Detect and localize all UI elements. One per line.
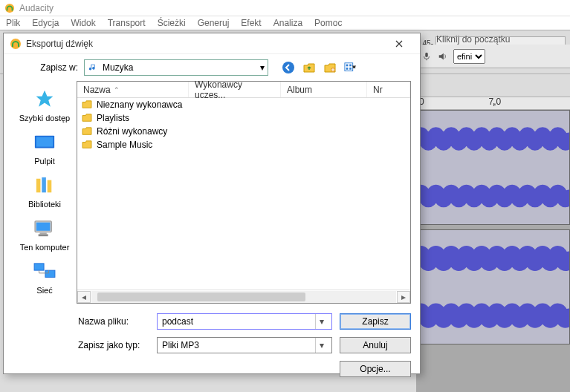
svg-rect-19 [34,264,44,270]
microphone-icon [421,51,433,62]
audio-track-1[interactable] [416,110,570,225]
waveform [417,111,569,224]
view-menu-icon [344,62,357,74]
folder-name: Nieznany wykonawca [97,99,182,110]
place-network[interactable]: Sieć [31,261,58,295]
output-device-select[interactable]: efini [453,49,485,64]
location-text: Muzyka [103,62,133,73]
network-icon [33,262,56,281]
cancel-button[interactable]: Anuluj [340,337,411,353]
place-desktop[interactable]: Pulpit [31,131,58,166]
timeline-tick: 7,0 [489,97,502,107]
column-header-album[interactable]: Album [281,82,367,97]
nav-back-button[interactable] [282,61,295,74]
filetype-select[interactable]: Pliki MP3 ▾ [157,337,332,353]
menu-widok[interactable]: Widok [71,18,95,28]
close-icon [395,40,403,48]
svg-rect-14 [48,180,52,193]
app-title: Audacity [19,3,54,13]
timeline-ruler[interactable]: 6,0 7,0 [416,97,570,110]
chevron-down-icon: ▾ [260,62,265,73]
menu-pomoc[interactable]: Pomoc [314,18,342,28]
folder-icon [82,100,92,109]
options-button[interactable]: Opcje... [340,361,411,377]
filename-value: podcast [162,316,193,327]
menu-sciezki[interactable]: Ścieżki [158,18,186,28]
svg-rect-5 [345,63,353,71]
save-in-label: Zapisz w: [36,62,78,73]
app-titlebar: Audacity [0,0,570,16]
svg-rect-18 [39,234,48,236]
folder-icon [82,140,92,149]
folder-item[interactable]: Różni wykonawcy [77,125,410,138]
folder-name: Playlists [97,113,129,123]
computer-icon [33,219,56,238]
device-toolbar: efini [416,45,570,68]
horizontal-scrollbar[interactable]: ◂ ▸ [77,290,410,303]
column-header-performers[interactable]: Wykonawcy uczes... [189,82,281,97]
desktop-icon [33,134,56,151]
scroll-track[interactable] [91,291,396,303]
nav-views-button[interactable] [344,61,357,74]
place-label: Ten komputer [20,243,70,252]
place-label: Pulpit [34,157,55,166]
file-rows[interactable]: Nieznany wykonawca Playlists Różni wykon… [77,98,410,290]
dialog-titlebar[interactable]: Eksportuj dźwięk [4,33,420,54]
place-libraries[interactable]: Biblioteki [28,174,61,209]
file-list-header: Nazwa⌃ Wykonawcy uczes... Album Nr [77,82,410,98]
menu-analiza[interactable]: Analiza [273,18,302,28]
scroll-left-button[interactable]: ◂ [77,291,91,303]
menu-efekt[interactable]: Efekt [241,18,261,28]
folder-icon [82,127,92,136]
folder-name: Różni wykonawcy [97,126,167,137]
svg-rect-9 [349,68,352,70]
menu-edycja[interactable]: Edycja [32,18,59,28]
folder-name: Sample Music [97,140,152,150]
svg-rect-7 [346,68,349,70]
quick-access-icon [33,89,56,110]
filename-label: Nazwa pliku: [78,316,149,327]
svg-point-0 [5,3,14,12]
place-this-pc[interactable]: Ten komputer [20,218,70,252]
svg-rect-20 [45,270,55,277]
save-button[interactable]: Zapisz [340,313,411,330]
dialog-title: Eksportuj dźwięk [26,39,384,49]
filename-input[interactable]: podcast ▾ [157,313,332,330]
svg-rect-12 [36,179,41,193]
folder-icon [82,114,92,122]
folder-item[interactable]: Playlists [77,111,410,125]
scroll-thumb[interactable] [97,293,305,301]
audio-track-2[interactable] [416,229,570,344]
file-list: Nazwa⌃ Wykonawcy uczes... Album Nr Niezn… [77,81,411,304]
svg-rect-13 [42,177,46,192]
svg-rect-6 [346,65,349,67]
nav-newfolder-button[interactable] [323,61,337,74]
folder-item[interactable]: Nieznany wykonawca [77,98,410,111]
app-menubar[interactable]: Plik Edycja Widok Transport Ścieżki Gene… [0,16,570,30]
scroll-right-button[interactable]: ▸ [397,291,410,303]
place-quick-access[interactable]: Szybki dostęp [19,88,70,122]
audacity-logo-icon [4,3,15,13]
save-in-row: Zapisz w: Muzyka ▾ [4,54,420,81]
nav-up-button[interactable] [302,61,316,74]
libraries-icon [33,176,56,195]
save-in-location-combo[interactable]: Muzyka ▾ [84,59,268,76]
chevron-down-icon: ▾ [315,338,327,353]
filetype-label: Zapisz jako typ: [78,340,149,350]
speaker-icon [437,51,449,62]
column-header-nr[interactable]: Nr [367,82,410,97]
menu-generuj[interactable]: Generuj [198,18,230,28]
folder-item[interactable]: Sample Music [77,138,410,151]
column-header-name[interactable]: Nazwa⌃ [77,82,189,97]
places-bar: Szybki dostęp Pulpit Biblioteki Ten komp… [13,81,77,304]
menu-transport[interactable]: Transport [108,18,146,28]
menu-plik[interactable]: Plik [6,18,20,28]
svg-rect-17 [40,233,47,235]
place-label: Szybki dostęp [19,114,70,122]
close-button[interactable] [384,36,414,51]
waveform [417,230,569,344]
svg-rect-8 [349,65,352,67]
export-audio-dialog: Eksportuj dźwięk Zapisz w: Muzyka ▾ [3,33,421,374]
svg-rect-16 [36,223,51,231]
track-area [416,110,570,392]
